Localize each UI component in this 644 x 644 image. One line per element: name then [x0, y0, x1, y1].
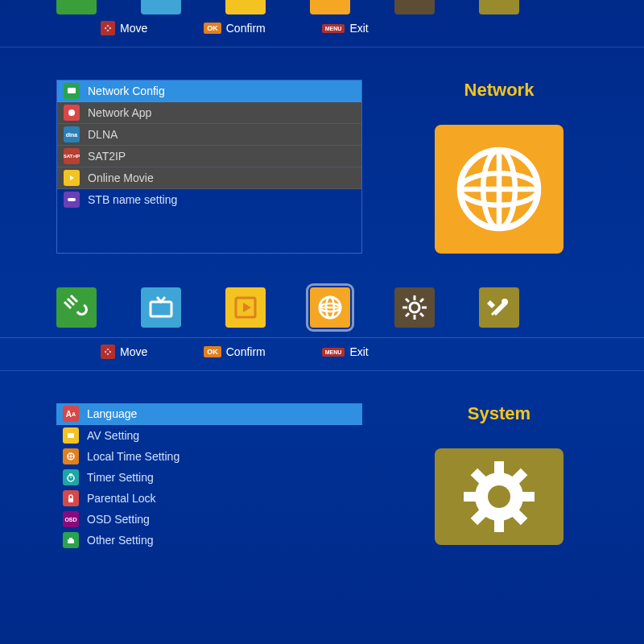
svg-rect-24	[68, 433, 74, 438]
dlna-icon: dlna	[64, 126, 80, 142]
menu-item-label: SAT2IP	[88, 150, 126, 163]
nav-tv-icon[interactable]	[141, 0, 181, 14]
nav-satellite-icon[interactable]	[56, 0, 97, 14]
menu-item-label: DLNA	[88, 128, 118, 141]
hint-move-label: Move	[120, 345, 147, 358]
svg-point-1	[68, 109, 75, 116]
menu-item-local-time[interactable]: Local Time Setting	[56, 446, 362, 467]
network-panel: Network Config Network App dlna DLNA SAT…	[0, 47, 644, 278]
nav-icon-row-partial	[0, 0, 644, 14]
menu-item-label: OSD Setting	[87, 513, 150, 526]
menu-item-online-movie[interactable]: Online Movie	[57, 167, 361, 189]
menu-item-timer[interactable]: Timer Setting	[56, 467, 362, 488]
menu-item-parental-lock[interactable]: Parental Lock	[56, 488, 362, 509]
menu-item-label: Timer Setting	[87, 471, 154, 484]
menu-item-sat2ip[interactable]: SAT>IP SAT2IP	[57, 146, 361, 167]
network-big-icon	[435, 125, 564, 254]
system-menu-list: AA Language AV Setting Local Time Settin…	[56, 403, 362, 551]
nav-network-icon[interactable]	[310, 0, 350, 14]
system-side: System	[411, 403, 588, 551]
nav-media-icon[interactable]	[225, 287, 266, 328]
svg-rect-38	[520, 492, 535, 502]
hint-move: Move	[101, 345, 147, 359]
menu-item-dlna[interactable]: dlna DLNA	[57, 124, 361, 146]
dpad-icon	[101, 21, 115, 35]
menu-item-network-config[interactable]: Network Config	[57, 80, 361, 102]
nav-media-icon[interactable]	[225, 0, 266, 14]
svg-line-21	[420, 299, 423, 302]
key-hints-row: Move OK Confirm MENU Exit	[0, 14, 644, 47]
nav-network-icon[interactable]	[310, 287, 350, 328]
svg-point-14	[410, 303, 419, 312]
gear-icon	[459, 456, 539, 537]
menu-item-av[interactable]: AV Setting	[56, 425, 362, 446]
svg-rect-35	[494, 461, 504, 476]
stb-icon	[64, 192, 80, 208]
menu-item-label: Network Config	[88, 85, 165, 97]
menu-item-label: Network App	[88, 106, 151, 119]
menu-item-osd[interactable]: OSD OSD Setting	[56, 509, 362, 530]
nav-icon-row	[0, 278, 644, 338]
menu-item-label: Language	[87, 407, 137, 420]
svg-rect-2	[68, 198, 76, 201]
network-menu-list: Network Config Network App dlna DLNA SAT…	[56, 80, 362, 254]
globe-small-icon	[63, 448, 79, 464]
menu-item-label: AV Setting	[87, 429, 139, 442]
nav-tools-icon[interactable]	[479, 287, 519, 328]
av-icon	[63, 427, 79, 444]
hint-move-label: Move	[120, 22, 147, 35]
menu-item-label: Parental Lock	[87, 492, 156, 505]
ok-badge: OK	[204, 346, 221, 357]
svg-rect-8	[151, 302, 171, 316]
menu-item-language[interactable]: AA Language	[56, 403, 362, 425]
menu-item-network-app[interactable]: Network App	[57, 102, 361, 124]
hint-exit: MENU Exit	[322, 345, 369, 358]
network-side: Network	[411, 80, 588, 254]
nav-satellite-icon[interactable]	[56, 287, 97, 328]
svg-line-22	[406, 313, 409, 316]
hint-confirm: OK Confirm	[204, 22, 266, 35]
menu-item-label: Other Setting	[87, 534, 154, 547]
nav-system-icon[interactable]	[394, 0, 435, 14]
hint-move: Move	[101, 21, 147, 35]
menu-item-stb-name[interactable]: STB name setting	[57, 189, 361, 210]
svg-point-23	[502, 299, 508, 305]
svg-line-19	[406, 299, 409, 302]
timer-icon	[63, 469, 79, 485]
system-big-icon	[435, 448, 564, 545]
menu-item-label: Online Movie	[88, 171, 154, 184]
menu-item-label: Local Time Setting	[87, 450, 180, 463]
system-panel: AA Language AV Setting Local Time Settin…	[0, 370, 644, 551]
hint-exit-label: Exit	[349, 345, 368, 358]
dpad-icon	[101, 345, 115, 359]
menu-item-other[interactable]: Other Setting	[56, 530, 362, 551]
svg-rect-0	[68, 88, 76, 93]
svg-line-20	[420, 313, 423, 316]
app-icon	[64, 105, 80, 121]
nav-system-icon[interactable]	[394, 287, 435, 328]
svg-rect-36	[494, 518, 504, 532]
config-icon	[64, 83, 80, 99]
lock-icon	[63, 490, 79, 506]
satip-icon: SAT>IP	[64, 148, 80, 164]
movie-icon	[64, 170, 80, 186]
hint-exit-label: Exit	[349, 22, 368, 35]
language-icon: AA	[63, 406, 79, 422]
svg-rect-31	[68, 498, 73, 502]
hint-confirm-label: Confirm	[226, 22, 266, 35]
ok-badge: OK	[204, 23, 221, 34]
hint-exit: MENU Exit	[322, 22, 369, 35]
page-title: Network	[464, 80, 535, 101]
svg-rect-37	[464, 492, 478, 502]
nav-tv-icon[interactable]	[141, 287, 181, 328]
svg-rect-33	[69, 538, 72, 539]
globe-icon	[455, 145, 543, 233]
svg-rect-32	[68, 539, 74, 543]
svg-point-43	[488, 485, 510, 508]
hint-confirm: OK Confirm	[204, 345, 266, 358]
nav-tools-icon[interactable]	[479, 0, 519, 14]
menu-badge: MENU	[322, 24, 345, 33]
menu-badge: MENU	[322, 348, 345, 357]
toolbox-icon	[63, 532, 79, 548]
key-hints-row: Move OK Confirm MENU Exit	[0, 338, 644, 370]
